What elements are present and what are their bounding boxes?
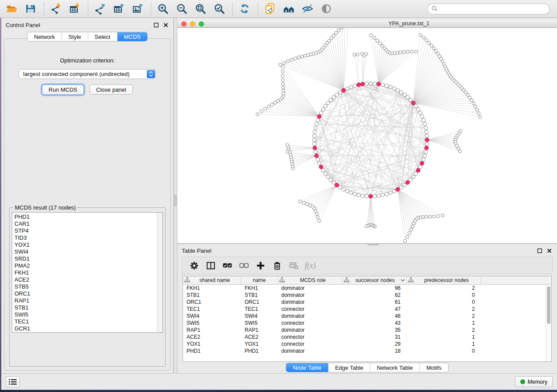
column-header-shared-name[interactable]: shared name xyxy=(183,276,241,284)
first-neighbors-icon[interactable] xyxy=(282,2,295,15)
mcds-hub-node[interactable] xyxy=(356,83,360,87)
mcds-result-item[interactable]: GCR1 xyxy=(14,325,157,332)
column-header-predecessor-nodes[interactable]: predecessor nodes xyxy=(407,276,481,284)
scrollbar-thumb[interactable] xyxy=(547,286,550,324)
minimize-window-icon[interactable] xyxy=(190,21,195,27)
search-input[interactable] xyxy=(439,6,549,12)
close-panel-button[interactable]: Close panel xyxy=(90,85,133,95)
network-window-titlebar[interactable]: YPA_prune.txt_1 xyxy=(177,20,557,28)
vertical-splitter[interactable] xyxy=(173,18,177,373)
mcds-hub-node[interactable] xyxy=(335,183,339,187)
mcds-hub-node[interactable] xyxy=(360,82,364,86)
table-tab-edge-table[interactable]: Edge Table xyxy=(329,363,370,372)
column-header-successor-nodes[interactable]: successor nodes xyxy=(343,276,407,284)
splitter-handle[interactable] xyxy=(174,195,176,206)
mcds-result-item[interactable]: STB5 xyxy=(14,283,157,290)
mcds-hub-node[interactable] xyxy=(416,168,420,172)
export-image-icon[interactable] xyxy=(131,2,144,15)
tab-network[interactable]: Network xyxy=(28,32,62,41)
table-row[interactable]: RAP1RAP1dominator352 xyxy=(183,327,551,334)
mcds-result-item[interactable]: SRD1 xyxy=(14,255,157,262)
new-network-from-selection-icon[interactable] xyxy=(263,2,277,15)
mcds-result-item[interactable]: STP4 xyxy=(14,227,157,234)
search-field[interactable] xyxy=(427,3,550,14)
show-all-icon[interactable] xyxy=(320,2,333,15)
table-row[interactable]: PHD1PHD1dominator180 xyxy=(183,347,551,354)
mcds-result-item[interactable]: FKH1 xyxy=(14,269,157,276)
mcds-result-item[interactable]: ORC1 xyxy=(14,290,157,297)
delete-column-icon[interactable] xyxy=(270,259,284,272)
select-all-icon[interactable] xyxy=(220,259,235,272)
optimization-criterion-select[interactable]: largest connected component (undirected) xyxy=(19,69,156,79)
table-tab-network-table[interactable]: Network Table xyxy=(370,363,420,372)
mcds-hub-node[interactable] xyxy=(396,187,400,191)
mcds-result-item[interactable]: SWI4 xyxy=(14,248,157,255)
table-row[interactable]: FKH1FKH1dominator962 xyxy=(183,285,551,292)
column-header-MCDS-role[interactable]: MCDS role xyxy=(278,276,343,284)
mcds-hub-node[interactable] xyxy=(342,88,346,92)
mcds-result-item[interactable]: PMA2 xyxy=(14,262,157,269)
table-body[interactable]: FKH1FKH1dominator962STB1STB1dominator620… xyxy=(183,285,551,361)
table-row[interactable]: SWI4SWI4dominator462 xyxy=(183,313,551,320)
export-network-icon[interactable] xyxy=(93,2,107,15)
import-network-icon[interactable] xyxy=(49,2,62,15)
splitter-handle[interactable] xyxy=(367,244,379,245)
mcds-hub-node[interactable] xyxy=(377,82,381,86)
tab-select[interactable]: Select xyxy=(88,32,118,41)
network-canvas[interactable] xyxy=(177,28,557,243)
mcds-result-item[interactable]: SWI5 xyxy=(14,311,157,318)
close-panel-icon[interactable] xyxy=(162,21,169,28)
mcds-hub-node[interactable] xyxy=(411,101,415,105)
mcds-hub-node[interactable] xyxy=(405,180,409,184)
close-window-icon[interactable] xyxy=(181,21,187,27)
float-panel-icon[interactable] xyxy=(152,21,159,28)
mcds-result-item[interactable]: RAP1 xyxy=(14,297,157,304)
mcds-result-item[interactable]: CAR1 xyxy=(14,220,157,227)
add-column-icon[interactable] xyxy=(253,259,268,272)
zoom-selected-icon[interactable] xyxy=(213,2,226,15)
import-table-icon[interactable] xyxy=(68,2,81,15)
tab-mcds[interactable]: MCDS xyxy=(118,32,147,41)
mcds-hub-node[interactable] xyxy=(420,162,424,165)
table-row[interactable]: TEC1TEC1connector472 xyxy=(183,306,551,313)
horizontal-splitter[interactable] xyxy=(177,243,557,245)
close-panel-icon[interactable] xyxy=(546,247,553,254)
table-row[interactable]: ACE2ACE2connector311 xyxy=(183,334,551,340)
run-mcds-button[interactable]: Run MCDS xyxy=(42,85,84,95)
export-table-icon[interactable] xyxy=(112,2,125,15)
maximize-window-icon[interactable] xyxy=(199,21,204,27)
table-tab-node-table[interactable]: Node Table xyxy=(286,363,329,372)
table-row[interactable]: SWI5SWI5connector431 xyxy=(183,320,551,327)
mcds-list-scrollbar[interactable] xyxy=(157,213,163,332)
deselect-all-icon[interactable] xyxy=(236,259,251,272)
hide-selected-icon[interactable] xyxy=(301,2,314,15)
mcds-hub-node[interactable] xyxy=(425,138,429,142)
tab-style[interactable]: Style xyxy=(62,32,88,41)
mcds-hub-node[interactable] xyxy=(425,146,429,150)
settings-gear-icon[interactable] xyxy=(187,259,201,272)
refresh-icon[interactable] xyxy=(238,2,251,15)
memory-button[interactable]: Memory xyxy=(515,376,553,387)
table-row[interactable]: STB1STB1dominator620 xyxy=(183,292,551,299)
mcds-result-item[interactable]: TID3 xyxy=(14,234,157,241)
zoom-out-icon[interactable] xyxy=(175,2,188,15)
mcds-result-item[interactable]: YOX1 xyxy=(14,241,157,248)
column-header-name[interactable]: name xyxy=(241,276,278,284)
table-scrollbar[interactable] xyxy=(546,285,551,361)
zoom-fit-icon[interactable] xyxy=(194,2,207,15)
mcds-result-item[interactable]: ACE2 xyxy=(14,276,157,283)
zoom-in-icon[interactable] xyxy=(156,2,170,15)
table-row[interactable]: YOX1YOX1connector291 xyxy=(183,340,551,347)
mcds-result-item[interactable]: STB1 xyxy=(14,304,157,311)
mcds-hub-node[interactable] xyxy=(313,146,317,150)
show-columns-icon[interactable] xyxy=(203,259,218,272)
mcds-hub-node[interactable] xyxy=(317,114,321,118)
float-panel-icon[interactable] xyxy=(536,247,543,254)
open-session-icon[interactable] xyxy=(5,2,18,15)
save-session-icon[interactable] xyxy=(24,2,37,15)
mcds-result-list[interactable]: PHD1CAR1STP4TID3YOX1SWI4SRD1PMA2FKH1ACE2… xyxy=(12,213,157,332)
mcds-hub-node[interactable] xyxy=(315,154,318,158)
task-history-button[interactable] xyxy=(6,376,20,388)
mcds-result-item[interactable]: PHD1 xyxy=(14,213,157,220)
mcds-hub-node[interactable] xyxy=(319,165,323,169)
